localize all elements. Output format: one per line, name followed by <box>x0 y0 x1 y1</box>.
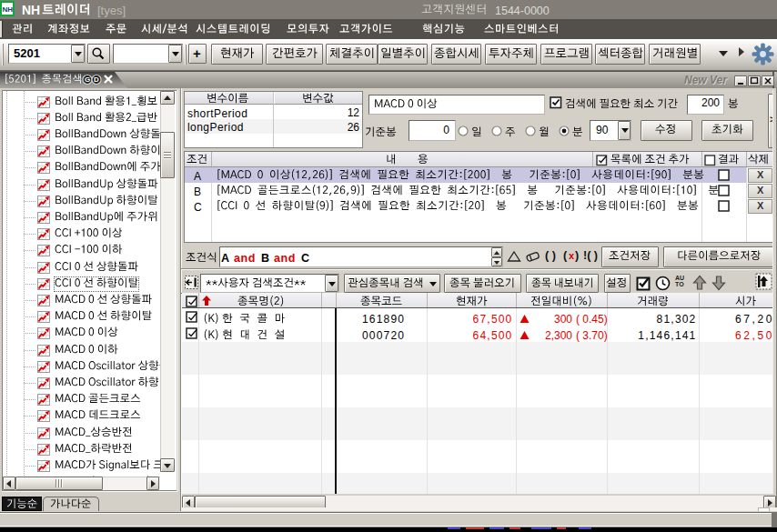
svg-text:G: G <box>85 75 90 84</box>
svg-text:D: D <box>94 75 99 84</box>
